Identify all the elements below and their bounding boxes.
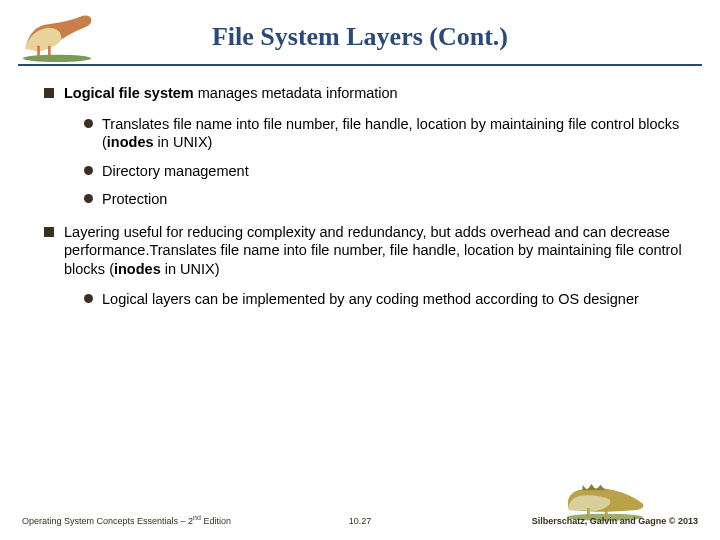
bold-text: inodes [114, 261, 161, 277]
bold-text: Logical file system [64, 85, 194, 101]
text: Logical layers can be implemented by any… [102, 291, 639, 307]
footer-left: Operating System Concepts Essentials – 2… [22, 514, 231, 526]
text: Protection [102, 191, 167, 207]
slide-title: File System Layers (Cont.) [18, 0, 702, 52]
text: Directory management [102, 163, 249, 179]
subbullet-translates: Translates file name into file number, f… [74, 115, 682, 152]
subbullet-logical-layers: Logical layers can be implemented by any… [74, 290, 682, 309]
text: manages metadata information [194, 85, 398, 101]
svg-rect-1 [37, 46, 40, 57]
superscript: nd [193, 514, 201, 521]
bold-text: inodes [107, 134, 154, 150]
text: in UNIX) [161, 261, 220, 277]
footer-page-number: 10.27 [349, 516, 372, 526]
text: Operating System Concepts Essentials – 2 [22, 516, 193, 526]
bullet-logical-file-system: Logical file system manages metadata inf… [38, 84, 682, 209]
subbullet-directory: Directory management [74, 162, 682, 181]
bullet-layering: Layering useful for reducing complexity … [38, 223, 682, 309]
svg-rect-2 [48, 46, 51, 57]
svg-point-0 [23, 55, 91, 62]
dinosaur-left-image [12, 6, 102, 64]
slide-footer: Operating System Concepts Essentials – 2… [0, 504, 720, 530]
footer-copyright: Silberschatz, Galvin and Gagne © 2013 [532, 516, 698, 526]
text: Edition [201, 516, 231, 526]
slide-content: Logical file system manages metadata inf… [0, 66, 720, 309]
subbullet-protection: Protection [74, 190, 682, 209]
text: in UNIX) [154, 134, 213, 150]
